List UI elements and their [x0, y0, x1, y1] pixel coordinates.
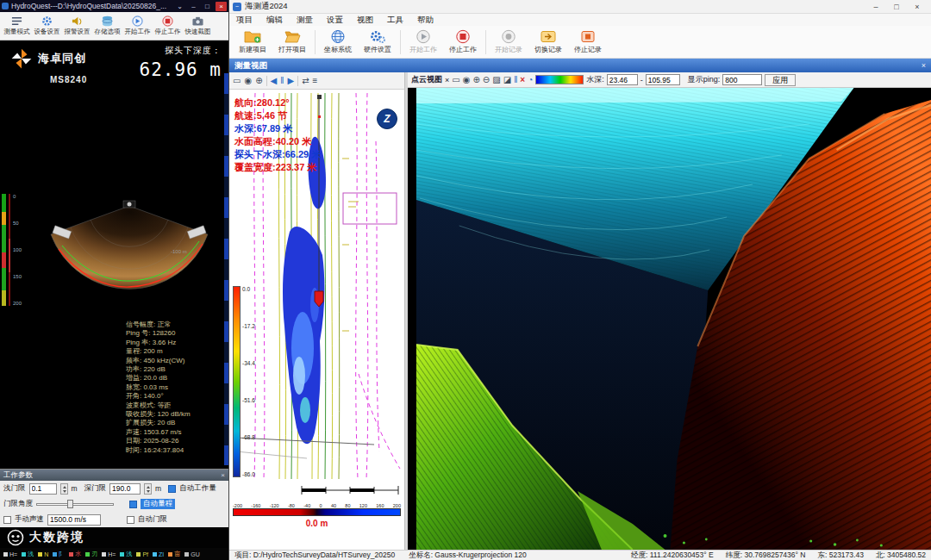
point-cloud-panel: 点云视图 × ▭ ◉ ⊕ ⊖ ▨ ◪ ‖ × ◔ 水深: - 显示ping	[408, 72, 931, 550]
storage-options-button[interactable]: 存储选项	[92, 13, 122, 39]
stop-record-icon	[579, 29, 597, 44]
hq-bottom-area: 大数跨境 H= 浅 N 阝 水 刃 H= 浅 Pf ZI 亩 GU	[0, 527, 228, 560]
swap-icon[interactable]: ⇄	[302, 76, 309, 85]
stop-work-icon	[454, 29, 472, 44]
measure-mode-icon	[10, 16, 23, 27]
status-coordinate-system: 坐标名: Gauss-Krugerprojection 120	[409, 551, 527, 560]
menu-settings[interactable]: 设置	[320, 15, 350, 26]
pause-icon[interactable]: ‖	[514, 75, 517, 84]
status-chip: 水	[69, 550, 81, 558]
tab-point-cloud[interactable]: 点云视图	[411, 74, 442, 85]
hq-pin-button[interactable]: ⌄	[174, 2, 185, 11]
start-record-button[interactable]: 开始记录	[489, 28, 528, 57]
ht-stop-work-button[interactable]: 停止工作	[443, 28, 483, 57]
menu-view[interactable]: 视图	[350, 15, 380, 26]
manual-speed-checkbox[interactable]	[3, 516, 11, 524]
deep-gate-input[interactable]	[109, 483, 141, 495]
ht-content: ▭ ◉ ⊕ ◀ ‖ ▶ ⇄ ≡	[229, 72, 931, 550]
depth-max-input[interactable]	[646, 74, 680, 85]
coordinate-system-button[interactable]: 坐标系统	[318, 28, 358, 57]
ping-count-input[interactable]	[722, 74, 762, 85]
ht-statusbar: 项目: D:/HydroTechSurveyData/HTSurvey_2025…	[229, 550, 931, 560]
survey-map[interactable]: 航向:280.12° 航速:5.46 节 水深:67.89 米 水面高程:40.…	[229, 90, 404, 482]
ht-toolbar: 新建项目 打开项目 坐标系统 硬件设置 开始工作 停止工作	[229, 26, 931, 59]
params-row-speed: 手动声速 自动门限	[0, 512, 228, 527]
sound-speed-input[interactable]	[47, 514, 101, 526]
depth-readout: 探头下深度： 62.96 m	[139, 45, 222, 80]
locate-icon[interactable]: ◉	[463, 75, 471, 84]
start-work-icon	[131, 16, 144, 27]
stop-record-button[interactable]: 停止记录	[568, 28, 608, 57]
menu-survey[interactable]: 测量	[290, 15, 320, 26]
palette-icon[interactable]: ◪	[503, 75, 511, 84]
sonar-wedge-display[interactable]: -100 m	[43, 199, 216, 302]
legend-current-value: 0.0 m	[229, 519, 404, 528]
switch-record-icon	[540, 29, 557, 44]
clock-icon[interactable]: ◔	[528, 75, 533, 84]
layers-icon[interactable]: ≡	[313, 76, 318, 85]
hq-depth-scale: 0 50 100 150 200	[2, 194, 26, 306]
params-row-gates: 浅门限 m 深门限 m 自动工作量	[0, 481, 228, 496]
clear-icon[interactable]: ×	[520, 75, 525, 84]
new-project-button[interactable]: 新建项目	[233, 28, 272, 57]
hq-scale-colorbar	[2, 194, 6, 306]
ht-maximize-button[interactable]: □	[886, 1, 907, 13]
watermark: 大数跨境	[0, 527, 228, 548]
watermark-logo-icon	[7, 529, 24, 546]
auto-range-label[interactable]: 自动量程	[141, 499, 175, 509]
hq-minimize-button[interactable]: –	[188, 2, 199, 11]
shallow-gate-input[interactable]	[29, 483, 57, 495]
auto-range-checkbox[interactable]	[129, 501, 137, 508]
color-gradient-bar	[535, 75, 584, 84]
menu-edit[interactable]: 编辑	[259, 15, 290, 26]
scale-ruler	[229, 482, 405, 498]
tab-close-icon[interactable]: ×	[922, 61, 926, 70]
locate-icon[interactable]: ◉	[244, 76, 252, 85]
gate-angle-slider[interactable]	[36, 499, 114, 509]
open-project-button[interactable]: 打开项目	[272, 28, 312, 57]
menu-help[interactable]: 帮助	[410, 15, 441, 26]
apply-button[interactable]: 应用	[765, 74, 796, 86]
hq-start-work-button[interactable]: 开始工作	[122, 13, 153, 39]
status-chip: 阝	[53, 550, 65, 558]
start-work-icon	[415, 29, 432, 44]
eraser-icon[interactable]: ▨	[492, 75, 500, 84]
hq-scale-colorbar-2	[9, 194, 10, 306]
hq-stop-work-button[interactable]: 停止工作	[153, 13, 183, 39]
ht-close-button[interactable]: ×	[907, 1, 928, 13]
menu-tools[interactable]: 工具	[380, 15, 410, 26]
deep-gate-spinner[interactable]	[144, 483, 152, 495]
status-easting: 东: 523173.43	[817, 551, 863, 560]
menu-project[interactable]: 项目	[229, 15, 259, 26]
alarm-settings-button[interactable]: 报警设置	[62, 13, 92, 39]
hardware-settings-button[interactable]: 硬件设置	[358, 28, 397, 57]
point-cloud-tab-close-icon[interactable]: ×	[445, 76, 449, 84]
select-icon[interactable]: ▭	[452, 75, 459, 84]
sonar-model: MS8240	[50, 75, 87, 84]
status-northing: 北: 3405480.52	[876, 551, 926, 560]
work-params-close-icon[interactable]: ×	[221, 471, 225, 479]
shallow-gate-spinner[interactable]	[60, 483, 68, 495]
switch-record-button[interactable]: 切换记录	[528, 28, 568, 57]
select-icon[interactable]: ▭	[233, 76, 241, 85]
device-settings-button[interactable]: 设备设置	[32, 13, 62, 39]
start-record-icon	[500, 29, 517, 44]
zoom-in-icon[interactable]: ⊕	[472, 75, 479, 84]
auto-gate-checkbox[interactable]	[127, 516, 134, 524]
prev-icon[interactable]: ◀	[271, 76, 278, 85]
depth-min-input[interactable]	[607, 74, 638, 85]
zoom-fit-icon[interactable]: ⊕	[255, 76, 262, 85]
point-cloud-3d-view[interactable]	[408, 88, 931, 550]
ht-start-work-button[interactable]: 开始工作	[403, 28, 443, 57]
ht-minimize-button[interactable]: –	[865, 1, 886, 13]
next-icon[interactable]: ▶	[287, 76, 294, 85]
hq-maximize-button[interactable]: □	[202, 2, 213, 11]
screenshot-button[interactable]: 快速截图	[183, 13, 213, 39]
measure-mode-button[interactable]: 测量模式	[2, 13, 32, 39]
pause-icon[interactable]: ‖	[280, 76, 284, 85]
auto-work-checkbox[interactable]	[168, 485, 176, 493]
hq-sonar-display: 海卓同创 MS8240 探头下深度： 62.96 m 0 50 100 150 …	[0, 40, 228, 469]
zoom-out-icon[interactable]: ⊖	[483, 75, 490, 84]
tab-measure-view[interactable]: 测量视图	[234, 60, 267, 72]
hq-close-button[interactable]: ×	[216, 2, 227, 11]
